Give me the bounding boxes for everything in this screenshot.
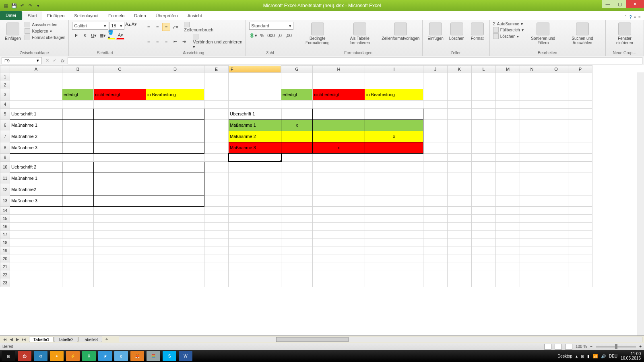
col-header-M[interactable]: M bbox=[496, 66, 520, 73]
font-name-select[interactable]: Calibri▾ bbox=[72, 22, 108, 30]
cell-C11[interactable] bbox=[94, 173, 146, 184]
cell-G23[interactable] bbox=[281, 279, 313, 287]
cell-G8[interactable] bbox=[281, 142, 313, 153]
cell-D18[interactable] bbox=[146, 239, 204, 247]
cell-E1[interactable] bbox=[204, 73, 229, 81]
cell-O13[interactable] bbox=[544, 195, 568, 206]
cell-P21[interactable] bbox=[568, 263, 592, 271]
cell-J5[interactable] bbox=[423, 108, 448, 119]
cell-A20[interactable] bbox=[10, 255, 62, 263]
format-painter-button[interactable]: Format übertragen bbox=[25, 35, 65, 40]
cell-K8[interactable] bbox=[448, 142, 472, 153]
fill-button[interactable]: Füllbereich ▾ bbox=[493, 27, 524, 33]
cell-P13[interactable] bbox=[568, 195, 592, 206]
cell-J20[interactable] bbox=[423, 255, 448, 263]
cell-D5[interactable] bbox=[146, 108, 204, 119]
row-header-10[interactable]: 10 bbox=[0, 161, 10, 173]
cell-M15[interactable] bbox=[496, 214, 520, 222]
close-button[interactable]: ✕ bbox=[626, 0, 644, 8]
horizontal-scrollbar[interactable] bbox=[119, 337, 642, 342]
cell-A11[interactable]: Maßnahme 1 bbox=[10, 173, 62, 184]
cell-D14[interactable] bbox=[146, 206, 204, 214]
sheet-tab-Tabelle1[interactable]: Tabelle1 bbox=[29, 337, 54, 342]
cell-K16[interactable] bbox=[448, 222, 472, 230]
cell-P7[interactable] bbox=[568, 131, 592, 142]
cell-M10[interactable] bbox=[496, 161, 520, 173]
cell-H14[interactable] bbox=[313, 206, 365, 214]
cell-O1[interactable] bbox=[544, 73, 568, 81]
cell-B10[interactable] bbox=[62, 161, 94, 173]
cell-D23[interactable] bbox=[146, 279, 204, 287]
align-left-icon[interactable]: ≡ bbox=[144, 38, 153, 46]
sheet-tab-Tabelle2[interactable]: Tabelle2 bbox=[54, 337, 78, 342]
cell-A6[interactable]: Maßnahme 1 bbox=[10, 119, 62, 131]
col-header-C[interactable]: C bbox=[94, 66, 146, 73]
cell-I9[interactable] bbox=[365, 153, 423, 161]
cell-A4[interactable] bbox=[10, 100, 62, 108]
cell-M9[interactable] bbox=[496, 153, 520, 161]
cell-K23[interactable] bbox=[448, 279, 472, 287]
cell-O14[interactable] bbox=[544, 206, 568, 214]
cell-L15[interactable] bbox=[472, 214, 496, 222]
cell-D1[interactable] bbox=[146, 73, 204, 81]
cell-M11[interactable] bbox=[496, 173, 520, 184]
row-header-18[interactable]: 18 bbox=[0, 239, 10, 247]
cell-C4[interactable] bbox=[94, 100, 146, 108]
cell-A2[interactable] bbox=[10, 81, 62, 89]
cell-C9[interactable] bbox=[94, 153, 146, 161]
sheet-nav-first-icon[interactable]: ⏮ bbox=[2, 337, 8, 341]
col-header-N[interactable]: N bbox=[520, 66, 544, 73]
cell-P16[interactable] bbox=[568, 222, 592, 230]
cell-P2[interactable] bbox=[568, 81, 592, 89]
cell-F23[interactable] bbox=[229, 279, 281, 287]
cell-N15[interactable] bbox=[520, 214, 544, 222]
cell-O12[interactable] bbox=[544, 184, 568, 195]
dec-decimal-icon[interactable]: ,00 bbox=[285, 31, 293, 39]
cell-A17[interactable] bbox=[10, 230, 62, 239]
cell-I7[interactable]: x bbox=[365, 131, 423, 142]
cell-I10[interactable] bbox=[365, 161, 423, 173]
cell-E18[interactable] bbox=[204, 239, 229, 247]
cell-A5[interactable]: Überschrift 1 bbox=[10, 108, 62, 119]
cell-K15[interactable] bbox=[448, 214, 472, 222]
cell-H7[interactable] bbox=[313, 131, 365, 142]
cell-J13[interactable] bbox=[423, 195, 448, 206]
cell-M5[interactable] bbox=[496, 108, 520, 119]
cell-C20[interactable] bbox=[94, 255, 146, 263]
cell-K12[interactable] bbox=[448, 184, 472, 195]
cell-N20[interactable] bbox=[520, 255, 544, 263]
cell-B2[interactable] bbox=[62, 81, 94, 89]
cell-L10[interactable] bbox=[472, 161, 496, 173]
cell-K5[interactable] bbox=[448, 108, 472, 119]
taskbar-skype-icon[interactable]: S bbox=[163, 351, 176, 361]
cell-E14[interactable] bbox=[204, 206, 229, 214]
cell-J15[interactable] bbox=[423, 214, 448, 222]
cell-O5[interactable] bbox=[544, 108, 568, 119]
cell-D9[interactable] bbox=[146, 153, 204, 161]
tray-network-icon[interactable]: 📶 bbox=[593, 354, 598, 358]
freeze-panes-button[interactable]: Fenster einfrieren bbox=[609, 22, 640, 46]
cell-J2[interactable] bbox=[423, 81, 448, 89]
view-layout-icon[interactable] bbox=[555, 344, 562, 350]
cell-K22[interactable] bbox=[448, 271, 472, 279]
cell-E12[interactable] bbox=[204, 184, 229, 195]
underline-button[interactable]: U▾ bbox=[90, 31, 98, 39]
cell-O2[interactable] bbox=[544, 81, 568, 89]
cell-L16[interactable] bbox=[472, 222, 496, 230]
col-header-H[interactable]: H bbox=[313, 66, 365, 73]
row-header-22[interactable]: 22 bbox=[0, 271, 10, 279]
cell-H10[interactable] bbox=[313, 161, 365, 173]
cell-N8[interactable] bbox=[520, 142, 544, 153]
cell-I3[interactable]: in Bearbeitung bbox=[365, 89, 423, 100]
cell-H4[interactable] bbox=[313, 100, 365, 108]
cell-J10[interactable] bbox=[423, 161, 448, 173]
cell-G2[interactable] bbox=[281, 81, 313, 89]
percent-icon[interactable]: % bbox=[258, 31, 266, 39]
row-header-11[interactable]: 11 bbox=[0, 173, 10, 184]
cell-P11[interactable] bbox=[568, 173, 592, 184]
align-bottom-icon[interactable]: ≡ bbox=[162, 23, 170, 31]
cell-F7[interactable]: Maßnahme 2 bbox=[229, 131, 281, 142]
cell-H15[interactable] bbox=[313, 214, 365, 222]
cell-K2[interactable] bbox=[448, 81, 472, 89]
col-header-F[interactable]: F bbox=[229, 66, 281, 73]
